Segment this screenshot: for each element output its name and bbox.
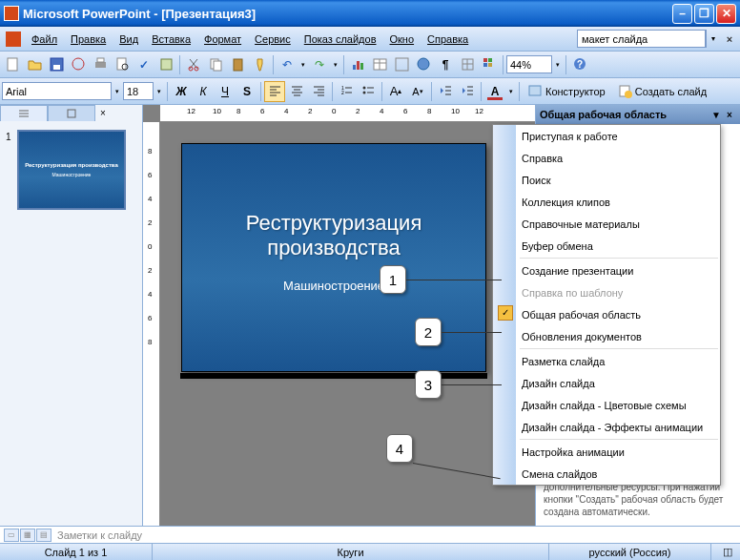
menu-item-13[interactable]: Дизайн слайда - Эффекты анимации (493, 416, 720, 438)
shadow-button[interactable]: S (236, 81, 257, 102)
menu-item-6[interactable]: Создание презентации (493, 259, 720, 281)
help-button[interactable]: ? (569, 54, 590, 75)
color-button[interactable] (479, 54, 500, 75)
permission-button[interactable] (68, 54, 89, 75)
svg-point-3 (72, 58, 84, 70)
research-button[interactable] (155, 54, 176, 75)
font-dropdown[interactable]: ▾ (113, 88, 122, 95)
new-slide-button[interactable]: Создать слайд (612, 81, 712, 102)
menu-item-15[interactable]: Смена слайдов (493, 463, 720, 485)
undo-dropdown[interactable]: ▾ (298, 61, 308, 69)
svg-rect-14 (353, 65, 356, 70)
taskpane-menu: Приступая к работеСправкаПоискКоллекция … (492, 124, 721, 486)
menu-item-10[interactable]: Разметка слайда (493, 350, 720, 372)
tables-borders-button[interactable] (391, 54, 412, 75)
align-left-button[interactable] (264, 81, 285, 102)
slide-thumbnail[interactable]: Реструктуризация производства Машиностро… (17, 130, 126, 210)
normal-view-button[interactable]: ▭ (4, 529, 19, 542)
status-icon[interactable]: ◫ (711, 544, 740, 560)
decrease-font-button[interactable]: A▾ (407, 81, 428, 102)
maximize-button[interactable]: ❐ (694, 4, 714, 24)
undo-button[interactable]: ↶ (277, 54, 298, 75)
grid-icon (395, 57, 409, 72)
chart-button[interactable] (347, 54, 368, 75)
taskpane-dropdown-icon[interactable]: ▼ (709, 110, 723, 120)
menu-item-14[interactable]: Настройка анимации (493, 441, 720, 463)
font-box[interactable]: Arial (2, 82, 112, 100)
show-formatting-button[interactable]: ¶ (435, 54, 456, 75)
open-button[interactable] (24, 54, 45, 75)
hyperlink-button[interactable] (413, 54, 434, 75)
copy-button[interactable] (205, 54, 226, 75)
menu-tools[interactable]: Сервис (248, 30, 298, 49)
permission-icon (72, 57, 86, 72)
bold-button[interactable]: Ж (171, 81, 192, 102)
menu-item-3[interactable]: Коллекция клипов (493, 191, 720, 213)
font-size-box[interactable]: 18 (123, 82, 154, 100)
format-painter-button[interactable] (249, 54, 270, 75)
notes-placeholder[interactable]: Заметки к слайду (57, 529, 736, 541)
panel-tabs: × (0, 105, 111, 122)
font-color-button[interactable]: A (484, 81, 505, 102)
underline-button[interactable]: Ч (215, 81, 236, 102)
layout-search-box[interactable]: макет слайда (577, 30, 706, 48)
sorter-view-button[interactable]: ▦ (20, 529, 35, 542)
redo-button[interactable]: ↷ (309, 54, 330, 75)
svg-rect-5 (97, 58, 104, 62)
print-button[interactable] (90, 54, 111, 75)
menu-format[interactable]: Формат (197, 30, 248, 49)
slideshow-view-button[interactable]: ▤ (36, 529, 51, 542)
preview-button[interactable] (112, 54, 133, 75)
zoom-dropdown[interactable]: ▾ (553, 61, 563, 69)
minimize-button[interactable]: – (672, 4, 692, 24)
menu-insert[interactable]: Вставка (145, 30, 197, 49)
spell-button[interactable]: ✓ (134, 54, 154, 75)
bullets-button[interactable] (358, 81, 379, 102)
menu-item-9[interactable]: Обновления документов (493, 325, 720, 347)
grid-button[interactable] (457, 54, 478, 75)
menu-item-2[interactable]: Поиск (493, 169, 720, 191)
mdi-close-button[interactable]: × (721, 31, 738, 48)
slide-canvas-area[interactable]: Реструктуризацияпроизводства Машинострое… (160, 122, 535, 526)
font-color-dropdown[interactable]: ▾ (506, 88, 516, 95)
menu-file[interactable]: Файл (25, 30, 64, 49)
menu-view[interactable]: Вид (113, 30, 145, 49)
color-icon (483, 57, 497, 72)
close-button[interactable]: ✕ (716, 4, 736, 24)
increase-font-button[interactable]: A▴ (385, 81, 406, 102)
slides-tab[interactable] (48, 105, 95, 121)
save-button[interactable] (46, 54, 67, 75)
size-dropdown[interactable]: ▾ (154, 88, 164, 95)
menu-window[interactable]: Окно (383, 30, 421, 49)
numbering-button[interactable]: 12 (336, 81, 357, 102)
menu-item-4[interactable]: Справочные материалы (493, 213, 720, 235)
menu-slideshow[interactable]: Показ слайдов (298, 30, 383, 49)
table-button[interactable] (369, 54, 390, 75)
align-right-button[interactable] (308, 81, 329, 102)
italic-button[interactable]: К (193, 81, 214, 102)
cut-button[interactable] (183, 54, 204, 75)
panel-close-button[interactable]: × (95, 105, 111, 120)
layout-dropdown-icon[interactable]: ▾ (706, 30, 719, 48)
menu-item-11[interactable]: Дизайн слайда (493, 372, 720, 394)
separator (332, 82, 333, 101)
decrease-indent-button[interactable] (435, 81, 456, 102)
menu-edit[interactable]: Правка (64, 30, 113, 49)
chart-icon (351, 57, 365, 72)
paste-button[interactable] (227, 54, 248, 75)
menu-item-0[interactable]: Приступая к работе (493, 125, 720, 147)
menu-item-5[interactable]: Буфер обмена (493, 235, 720, 257)
new-button[interactable] (2, 54, 23, 75)
outline-tab[interactable] (0, 105, 48, 121)
menu-item-12[interactable]: Дизайн слайда - Цветовые схемы (493, 394, 720, 416)
increase-indent-button[interactable] (457, 81, 478, 102)
menu-item-8[interactable]: Общая рабочая область (493, 303, 720, 325)
designer-button[interactable]: Конструктор (523, 81, 611, 102)
taskpane-close-button[interactable]: × (723, 110, 736, 120)
menu-help[interactable]: Справка (421, 30, 475, 49)
zoom-box[interactable]: 44% (506, 55, 552, 73)
svg-rect-4 (95, 62, 106, 68)
redo-dropdown[interactable]: ▾ (331, 61, 340, 69)
align-center-button[interactable] (286, 81, 307, 102)
menu-item-1[interactable]: Справка (493, 147, 720, 169)
